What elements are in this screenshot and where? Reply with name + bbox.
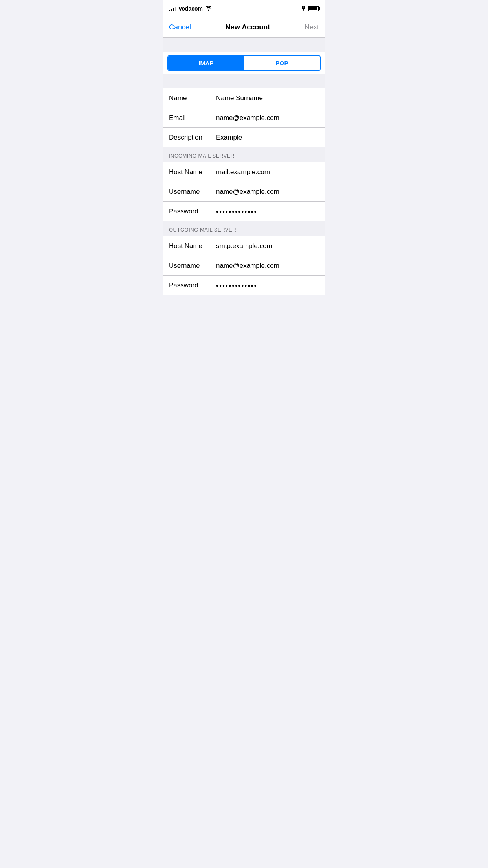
location-icon (301, 6, 306, 12)
email-row[interactable]: Email name@example.com (163, 108, 325, 128)
top-spacer (163, 38, 325, 52)
email-value: name@example.com (216, 114, 319, 122)
outgoing-hostname-label: Host Name (169, 242, 216, 250)
incoming-server-spacer: INCOMING MAIL SERVER (163, 147, 325, 162)
battery-icon (308, 6, 319, 11)
status-bar: Vodacom (163, 0, 325, 17)
incoming-password-label: Password (169, 208, 216, 215)
outgoing-password-row[interactable]: Password ●●●●●●●●●●●●● (163, 276, 325, 295)
middle-spacer (163, 74, 325, 88)
outgoing-server-title: OUTGOING MAIL SERVER (169, 227, 236, 233)
outgoing-password-value: ●●●●●●●●●●●●● (216, 283, 319, 288)
name-value: Name Surname (216, 94, 319, 102)
outgoing-username-label: Username (169, 262, 216, 270)
incoming-hostname-row[interactable]: Host Name mail.example.com (163, 162, 325, 182)
description-value: Example (216, 134, 319, 142)
outgoing-hostname-row[interactable]: Host Name smtp.example.com (163, 236, 325, 256)
outgoing-server-section: Host Name smtp.example.com Username name… (163, 236, 325, 295)
incoming-username-value: name@example.com (216, 188, 319, 196)
incoming-server-section: Host Name mail.example.com Username name… (163, 162, 325, 221)
incoming-password-row[interactable]: Password ●●●●●●●●●●●●● (163, 202, 325, 221)
next-button[interactable]: Next (305, 23, 319, 31)
outgoing-server-spacer: OUTGOING MAIL SERVER (163, 221, 325, 236)
incoming-username-label: Username (169, 188, 216, 196)
outgoing-hostname-value: smtp.example.com (216, 242, 319, 250)
cancel-button[interactable]: Cancel (169, 23, 191, 31)
status-left: Vodacom (169, 5, 212, 12)
account-info-section: Name Name Surname Email name@example.com… (163, 88, 325, 147)
status-right (301, 6, 319, 12)
carrier-label: Vodacom (178, 6, 203, 12)
incoming-server-title: INCOMING MAIL SERVER (169, 153, 235, 159)
signal-icon (169, 6, 176, 11)
outgoing-username-row[interactable]: Username name@example.com (163, 256, 325, 276)
name-row[interactable]: Name Name Surname (163, 88, 325, 108)
navigation-bar: Cancel New Account Next (163, 17, 325, 38)
incoming-hostname-value: mail.example.com (216, 168, 319, 176)
segment-control: IMAP POP (167, 55, 321, 71)
description-label: Description (169, 134, 216, 142)
email-label: Email (169, 114, 216, 122)
incoming-password-value: ●●●●●●●●●●●●● (216, 210, 319, 214)
description-row[interactable]: Description Example (163, 128, 325, 147)
incoming-hostname-label: Host Name (169, 168, 216, 176)
wifi-icon (205, 5, 212, 12)
outgoing-username-value: name@example.com (216, 262, 319, 270)
pop-segment-button[interactable]: POP (244, 56, 320, 70)
name-label: Name (169, 94, 216, 102)
incoming-username-row[interactable]: Username name@example.com (163, 182, 325, 202)
imap-segment-button[interactable]: IMAP (168, 56, 244, 70)
account-type-selector: IMAP POP (163, 52, 325, 74)
page-title: New Account (226, 23, 270, 31)
outgoing-password-label: Password (169, 281, 216, 289)
